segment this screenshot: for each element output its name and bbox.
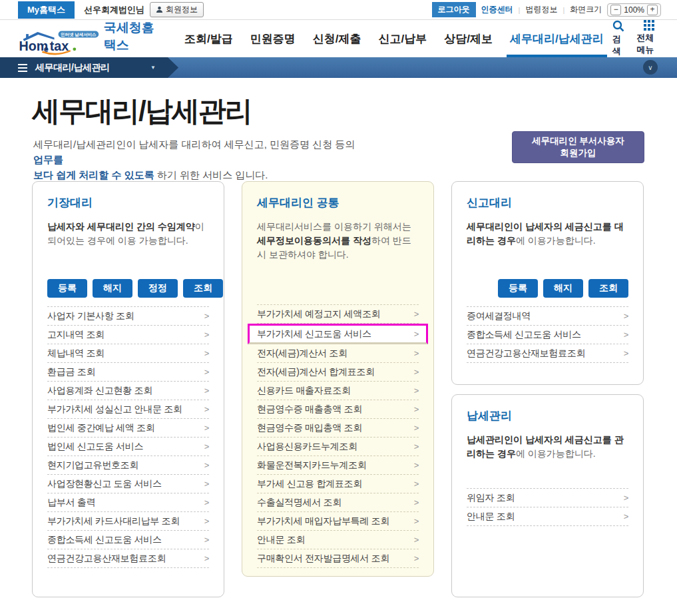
service-link[interactable]: 부가세 신고용 합계표조회> [257,475,419,493]
law-info-link[interactable]: 법령정보 [525,4,557,15]
action-button[interactable]: 해지 [543,279,583,298]
chevron-right-icon: > [204,423,209,433]
nav-item[interactable]: 조회/발급 [176,20,242,57]
zoom-out-button[interactable]: − [610,5,621,15]
service-link[interactable]: 체납내역 조회> [47,344,209,363]
chevron-right-icon: > [414,479,419,489]
chevron-right-icon: > [204,311,209,321]
desc-text: 하기 위한 서비스 입니다. [154,169,268,180]
card-filing-agency: 신고대리 세무대리인이 납세자의 세금신고를 대리하는 경우에 이용가능합니다.… [451,181,644,385]
card-bookkeeping-agency: 기장대리 납세자와 세무대리인 간의 수임계약이 되어있는 경우에 이용 가능합… [32,181,224,597]
nav-item[interactable]: 세무대리/납세관리 [501,20,612,57]
chevron-right-icon: > [414,535,419,545]
service-link[interactable]: 부가가치세 매입자납부특례 조회> [257,512,419,531]
cert-center-link[interactable]: 인증센터 [481,4,513,15]
all-menu-label: 전체메뉴 [636,32,661,56]
action-button[interactable]: 정정 [138,279,178,298]
logout-button[interactable]: 로그아웃 [432,2,476,17]
service-link[interactable]: 연금건강고용산재보험료조회> [47,549,209,568]
location-menu[interactable]: 세무대리/납세관리 ▼ [0,57,178,78]
chevron-right-icon: > [414,553,419,563]
service-link[interactable]: 환급금 조회> [47,363,209,382]
search-button[interactable]: 검색 [612,20,624,57]
service-link[interactable]: 법인세 신고도움 서비스> [47,438,209,456]
chevron-right-icon: > [414,329,419,339]
person-icon [156,6,163,13]
service-link[interactable]: 부가가치세 성실신고 안내문 조회> [47,400,209,419]
chevron-right-icon: > [414,497,419,507]
service-link[interactable]: 연금건강고용산재보험료조회> [467,344,628,363]
service-link[interactable]: 부가가치세 카드사대리납부 조회> [47,512,209,531]
service-link[interactable]: 종합소득세 신고도움 서비스> [467,326,628,344]
chevron-right-icon: > [414,423,419,433]
service-link[interactable]: 사업용신용카드누계조회> [257,438,419,456]
all-menu-button[interactable]: 전체메뉴 [636,20,661,57]
logo-tagline: 인터넷 납세서비스 [61,31,97,37]
nav-item[interactable]: 신고/납부 [370,20,436,57]
service-link[interactable]: 납부서 출력> [47,493,209,512]
chevron-right-icon: > [204,535,209,545]
service-link[interactable]: 사업용계좌 신고현황 조회> [47,382,209,400]
service-link[interactable]: 사업장현황신고 도움 서비스> [47,475,209,493]
card-title: 납세관리 [467,408,628,424]
chevron-right-icon: > [624,493,628,503]
tax-agent-signup-button[interactable]: 세무대리인 부서사용자 회원가입 [512,131,644,163]
member-info-button[interactable]: 회원정보 [150,2,204,17]
card-tax-agent-common: 세무대리인 공통 세무대리서비스를 이용하기 위해서는 세무정보이용동의서를 작… [242,181,434,577]
location-bar: 세무대리/납세관리 ▼ ∨ [0,57,677,78]
hamburger-icon [18,64,27,72]
header-right: 검색 전체메뉴 [612,20,661,57]
member-info-label: 회원정보 [166,4,198,15]
nav-item[interactable]: 민원증명 [242,20,304,57]
chevron-right-icon: > [204,553,209,563]
service-link[interactable]: 부가가치세 신고도움 서비스> [248,324,428,344]
action-button[interactable]: 해지 [93,279,132,298]
search-label: 검색 [612,33,624,57]
service-link[interactable]: 법인세 중간예납 세액 조회> [47,419,209,438]
utility-bar: My홈택스 선우회계법인님 회원정보 로그아웃 인증센터 | 법령정보 | 화면… [0,0,677,20]
chevron-right-icon: > [414,516,419,526]
zoom-in-button[interactable]: + [647,5,658,15]
location-title: 세무대리/납세관리 [35,62,109,74]
service-link[interactable]: 부가가치세 예정고지 세액조회> [257,305,419,324]
service-link[interactable]: 화물운전복지카드누계조회> [257,456,419,475]
service-link[interactable]: 현지기업고유번호조회> [47,456,209,475]
svg-text:tax: tax [50,39,69,53]
service-link[interactable]: 사업자 기본사항 조회> [47,307,209,326]
hometax-logo[interactable]: 인터넷 납세서비스 Hom e tax 국세청홈택스 [18,19,161,59]
action-button[interactable]: 조회 [183,279,223,298]
nav-item[interactable]: 상담/제보 [435,20,501,57]
service-link[interactable]: 위임자 조회> [467,489,628,507]
service-link-list: 위임자 조회>안내문 조회> [467,488,628,526]
chevron-right-icon: > [414,309,419,319]
button-row: 등록해지정정조회 [47,279,209,298]
expand-menu-button[interactable]: ∨ [643,60,658,75]
zoom-level: 100% [624,5,644,15]
service-link[interactable]: 수출실적명세서 조회> [257,493,419,512]
service-link[interactable]: 구매확인서 전자발급명세서 조회> [257,549,419,568]
action-button[interactable]: 조회 [588,279,628,298]
action-button[interactable]: 등록 [498,279,538,298]
service-link[interactable]: 증여세결정내역> [467,307,628,326]
service-link[interactable]: 종합소득세 신고도움 서비스> [47,531,209,549]
desc-bold: 업무를 [33,154,63,165]
service-link[interactable]: 신용카드 매출자료조회> [257,382,419,400]
nav-item[interactable]: 신청/제출 [304,20,370,57]
service-link[interactable]: 전자(세금)계산서 합계표조회> [257,363,419,382]
action-button[interactable]: 등록 [47,279,87,298]
service-link[interactable]: 고지내역 조회> [47,326,209,344]
card-title: 신고대리 [467,195,628,210]
chevron-right-icon: > [204,497,209,507]
service-link[interactable]: 전자(세금)계산서 조회> [257,344,419,363]
search-icon [612,20,624,32]
service-link[interactable]: 안내문 조회> [257,531,419,549]
service-link[interactable]: 안내문 조회> [467,507,628,526]
chevron-right-icon: > [624,348,628,358]
page-title: 세무대리/납세관리 [32,93,252,130]
service-link[interactable]: 현금영수증 매출총액 조회> [257,400,419,419]
service-link[interactable]: 현금영수증 매입총액 조회> [257,419,419,438]
chevron-right-icon: > [414,404,419,414]
card-title: 세무대리인 공통 [257,195,419,210]
caret-down-icon: ▼ [150,65,156,71]
my-hometax-button[interactable]: My홈택스 [18,1,75,19]
